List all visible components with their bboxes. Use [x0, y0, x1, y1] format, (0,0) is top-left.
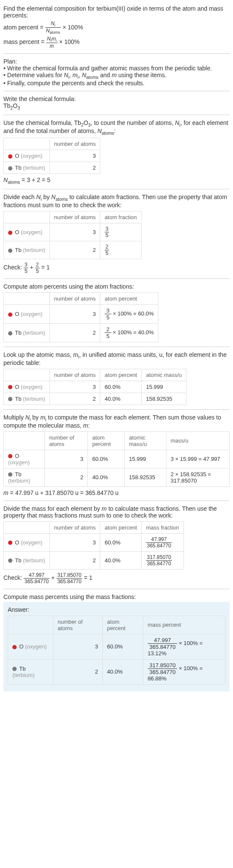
t: Divide each	[3, 194, 36, 200]
value: 2 × 158.92535 = 317.85070	[166, 468, 229, 486]
atom-percent-table: number of atomsatom percent O (oxygen) 3…	[3, 292, 158, 342]
num: 317.85070	[148, 662, 177, 669]
num: 2	[105, 326, 111, 333]
value: 2	[45, 468, 88, 486]
num: 3	[23, 262, 28, 268]
col-header: mass percent	[143, 616, 225, 634]
sym: O	[13, 102, 17, 109]
mass-percent-formula: mass percent = Nimi m × 100%	[3, 36, 230, 49]
answer-table: number of atomsatom percentmass percent …	[8, 616, 225, 685]
chemical-formula: Tb2O3	[3, 102, 230, 110]
frac: 317.85070365.84770	[56, 572, 82, 584]
color-dot	[8, 385, 12, 389]
table-row: Tb (terbium) 2 40.0% 317.85070365.84770 …	[8, 659, 225, 684]
sub: i	[55, 23, 55, 27]
t: Check:	[3, 574, 23, 581]
intro-text: Find the elemental composition for terbi…	[3, 5, 230, 19]
elname: (terbium)	[23, 247, 45, 253]
color-dot	[8, 166, 12, 171]
color-dot	[8, 154, 12, 159]
value: 40.0%	[100, 393, 142, 405]
table-row: Tb (terbium) 2 25 × 100% = 40.0%	[4, 323, 158, 342]
value: 60.0%	[88, 450, 125, 468]
t: Use the chemical formula, Tb	[3, 119, 81, 126]
atoms-table: number of atoms O (oxygen) 3 Tb (terbium…	[3, 138, 100, 174]
color-dot	[12, 645, 17, 649]
elname: (oxygen)	[21, 384, 43, 390]
var: N	[36, 194, 41, 200]
var: m	[73, 351, 78, 358]
sym: Tb	[15, 165, 21, 171]
num: 47.997	[146, 536, 172, 543]
var: m	[102, 505, 107, 512]
den: 5	[23, 268, 28, 274]
t: Multiply	[3, 414, 25, 421]
divide-mass-text: Divide the mass for each element by m to…	[3, 505, 230, 519]
value: 3	[50, 533, 100, 551]
table-row: O (oxygen) 3 60.0% 47.997365.84770 × 100…	[8, 634, 225, 659]
sym: Tb	[15, 330, 21, 336]
col-header: atom percent	[100, 292, 158, 304]
value: 158.92535	[142, 393, 186, 405]
sym: Tb	[19, 665, 26, 672]
divider	[3, 115, 230, 115]
atom-fraction-table: number of atomsatom fraction O (oxygen) …	[3, 211, 142, 259]
value: 60.0%	[100, 381, 142, 393]
var: m	[83, 422, 88, 429]
color-dot	[8, 312, 12, 317]
color-dot	[12, 667, 17, 671]
var: N	[47, 36, 51, 42]
value: 2	[50, 551, 100, 569]
den: 365.84770	[23, 579, 50, 584]
value: 3	[50, 304, 100, 323]
divider	[3, 91, 230, 91]
plan-item-2: • Determine values for Ni, mi, Natoms an…	[3, 72, 230, 80]
value: 3	[50, 381, 100, 393]
var: m	[112, 72, 117, 78]
frac: 35	[105, 307, 111, 321]
col-header: number of atoms	[50, 138, 100, 150]
sym: O	[19, 643, 23, 650]
num: 317.85070	[56, 572, 82, 579]
num: 3	[105, 226, 109, 232]
t: and	[99, 72, 112, 78]
t: :	[114, 127, 116, 134]
value: 60.0%	[100, 533, 142, 551]
den: 365.84770	[56, 579, 82, 584]
col-header: atom percent	[88, 431, 125, 450]
check-2: Check: 47.997365.84770 + 317.85070365.84…	[3, 572, 230, 584]
mass-percent-label: mass percent =	[3, 38, 46, 45]
num: 47.997	[23, 572, 50, 579]
col-header: atom percent	[102, 616, 143, 634]
value: 40.0%	[88, 468, 125, 486]
frac: 47.997365.84770	[146, 536, 172, 549]
den: 5	[105, 232, 109, 238]
t: +	[51, 574, 56, 581]
atom-percent-frac: Ni Natoms	[45, 20, 61, 35]
den: 5	[105, 250, 109, 256]
multiply-text: Multiply Ni by mi to compute the mass fo…	[3, 414, 230, 429]
answer-box: Answer: number of atomsatom percentmass …	[3, 602, 230, 692]
var: m	[52, 36, 56, 42]
elname: (oxygen)	[8, 459, 30, 466]
t: = 47.997 u + 317.85070 u = 365.84770 u	[9, 489, 119, 496]
frac: 25	[105, 244, 109, 256]
num: 3	[105, 307, 111, 314]
t: +	[30, 264, 35, 271]
times-100: × 100%	[63, 24, 83, 31]
mass-fraction-table: number of atomsatom percentmass fraction…	[3, 521, 184, 570]
value: 3	[53, 634, 103, 659]
den: 5	[105, 333, 111, 339]
sym: O	[15, 229, 19, 235]
var: N	[175, 119, 179, 126]
compute-atom-pct-label: Compute atom percents using the atom fra…	[3, 283, 230, 290]
t: using these items.	[116, 72, 166, 78]
table-row: Tb (terbium) 2 40.0% 158.92535 2 × 158.9…	[4, 468, 230, 486]
col-header: number of atoms	[50, 521, 100, 533]
divider	[3, 347, 230, 347]
table-row: O (oxygen) 3 35	[4, 223, 142, 241]
frac: 25	[105, 326, 111, 339]
col-header: atom fraction	[100, 211, 141, 223]
table-row: Tb (terbium) 2 40.0% 317.85070365.84770	[4, 551, 184, 569]
lookup-text: Look up the atomic mass, mi, in unified …	[3, 351, 230, 366]
